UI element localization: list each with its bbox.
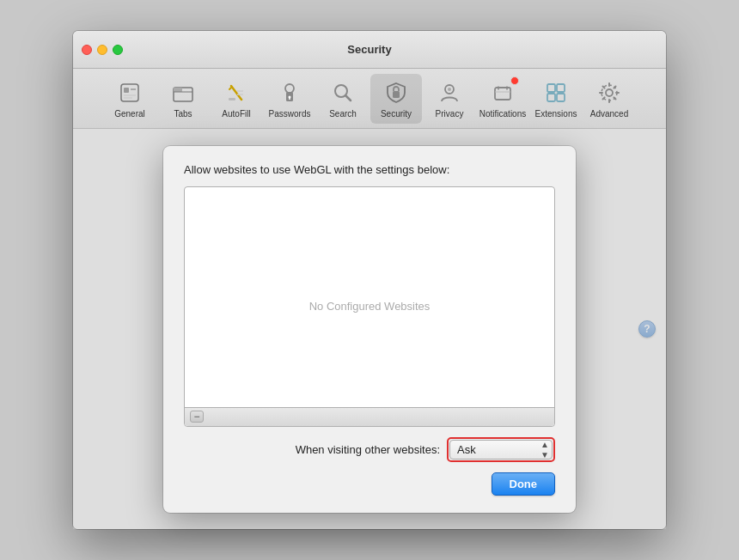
advanced-icon xyxy=(595,79,623,107)
svg-line-9 xyxy=(229,88,231,89)
search-icon xyxy=(329,79,357,107)
svg-line-8 xyxy=(231,86,241,100)
svg-rect-10 xyxy=(229,98,235,100)
privacy-label: Privacy xyxy=(436,109,464,119)
maximize-button[interactable] xyxy=(113,45,123,55)
svg-rect-28 xyxy=(547,94,555,101)
extensions-label: Extensions xyxy=(535,109,577,119)
titlebar: Security xyxy=(73,31,666,69)
svg-rect-26 xyxy=(547,84,555,92)
content-area: ? Allow websites to use WebGL with the s… xyxy=(73,129,666,529)
visiting-select[interactable]: Ask Allow Block xyxy=(449,440,553,460)
toolbar: General Tabs xyxy=(73,69,666,129)
passwords-icon xyxy=(276,79,303,107)
svg-line-18 xyxy=(345,95,351,100)
toolbar-item-general[interactable]: General xyxy=(104,74,156,124)
svg-rect-29 xyxy=(557,94,565,101)
svg-rect-19 xyxy=(393,91,400,98)
traffic-lights xyxy=(82,45,123,55)
autofill-icon xyxy=(223,79,250,107)
general-label: General xyxy=(114,109,145,119)
remove-website-button[interactable]: − xyxy=(190,411,204,423)
notification-badge xyxy=(510,76,519,85)
toolbar-item-notifications[interactable]: Notifications xyxy=(477,74,528,124)
svg-rect-6 xyxy=(174,88,182,92)
notifications-icon xyxy=(489,79,516,107)
close-button[interactable] xyxy=(82,45,92,55)
toolbar-item-autofill[interactable]: AutoFill xyxy=(211,74,262,124)
notifications-label: Notifications xyxy=(479,109,526,119)
list-footer: − xyxy=(185,407,554,426)
done-button[interactable]: Done xyxy=(492,472,556,496)
dialog-backdrop: Allow websites to use WebGL with the set… xyxy=(73,129,666,529)
svg-point-21 xyxy=(448,88,451,91)
svg-point-30 xyxy=(606,89,613,96)
done-row: Done xyxy=(184,472,555,496)
webgl-dialog: Allow websites to use WebGL with the set… xyxy=(163,146,576,513)
svg-point-13 xyxy=(285,84,294,93)
toolbar-item-tabs[interactable]: Tabs xyxy=(157,74,209,124)
visiting-row: When visiting other websites: Ask Allow … xyxy=(184,437,555,462)
toolbar-item-advanced[interactable]: Advanced xyxy=(583,74,635,124)
main-window: Security General xyxy=(73,31,666,529)
dialog-title: Allow websites to use WebGL with the set… xyxy=(184,163,555,176)
window-title: Security xyxy=(347,43,391,56)
svg-rect-27 xyxy=(557,84,565,92)
visiting-label: When visiting other websites: xyxy=(296,443,440,456)
empty-list-label: No Configured Websites xyxy=(309,300,431,313)
advanced-label: Advanced xyxy=(590,109,628,119)
general-icon xyxy=(116,79,144,107)
passwords-label: Passwords xyxy=(269,109,311,119)
tabs-icon xyxy=(169,79,197,107)
toolbar-item-extensions[interactable]: Extensions xyxy=(530,74,582,124)
minimize-button[interactable] xyxy=(97,45,107,55)
autofill-label: AutoFill xyxy=(222,109,250,119)
search-label: Search xyxy=(329,109,357,119)
tabs-label: Tabs xyxy=(174,109,192,119)
toolbar-item-security[interactable]: Security xyxy=(370,74,422,124)
security-label: Security xyxy=(381,109,412,119)
svg-rect-1 xyxy=(124,88,129,93)
svg-rect-22 xyxy=(495,88,510,100)
toolbar-item-privacy[interactable]: Privacy xyxy=(424,74,475,124)
svg-rect-0 xyxy=(121,84,138,101)
extensions-icon xyxy=(542,79,570,107)
privacy-icon xyxy=(436,79,463,107)
security-icon xyxy=(382,79,410,107)
toolbar-item-passwords[interactable]: Passwords xyxy=(264,74,315,124)
toolbar-item-search[interactable]: Search xyxy=(317,74,369,124)
websites-list: No Configured Websites − xyxy=(184,186,555,427)
visiting-select-wrapper: Ask Allow Block ▲ ▼ xyxy=(447,437,555,462)
